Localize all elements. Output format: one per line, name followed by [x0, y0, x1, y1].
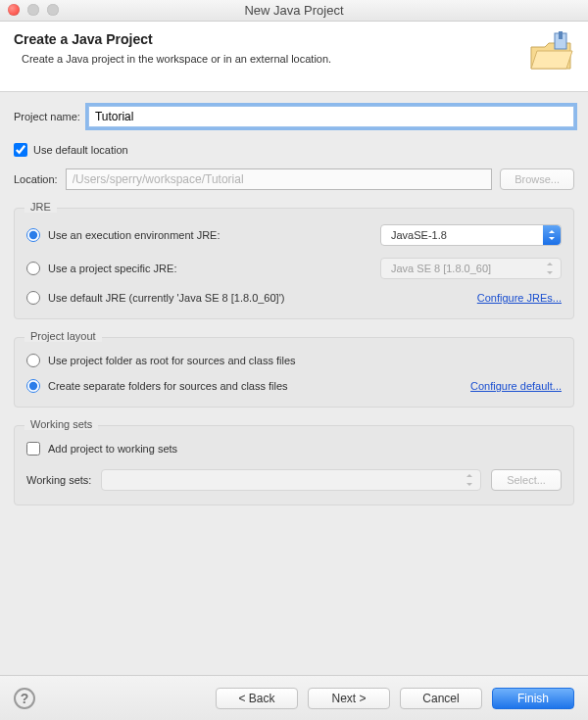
add-to-working-sets-label: Add project to working sets — [48, 443, 177, 455]
jre-exec-env-select[interactable]: JavaSE-1.8 — [380, 224, 562, 246]
java-project-folder-icon — [527, 31, 574, 74]
layout-root-row: Use project folder as root for sources a… — [26, 354, 562, 367]
working-sets-label: Working sets: — [26, 474, 91, 486]
wizard-button-bar: ? < Back Next > Cancel Finish — [0, 675, 588, 720]
svg-rect-1 — [559, 31, 563, 39]
help-icon[interactable]: ? — [14, 688, 35, 709]
default-location-row: Use default location — [14, 143, 574, 157]
jre-project-specific-value: Java SE 8 [1.8.0_60] — [391, 263, 491, 274]
jre-project-specific-row: Use a project specific JRE: Java SE 8 [1… — [26, 258, 562, 279]
location-input — [66, 168, 492, 190]
working-sets-select-row: Working sets: Select... — [26, 469, 562, 491]
minimize-window-icon — [27, 4, 39, 16]
use-default-location-label: Use default location — [33, 144, 128, 156]
wizard-title: Create a Java Project — [14, 31, 519, 47]
jre-exec-env-value: JavaSE-1.8 — [391, 229, 447, 241]
jre-exec-env-label: Use an execution environment JRE: — [48, 229, 220, 241]
close-window-icon[interactable] — [8, 4, 20, 16]
project-name-input[interactable] — [88, 106, 574, 127]
add-to-working-sets-checkbox[interactable] — [26, 442, 40, 456]
layout-root-radio[interactable] — [26, 354, 40, 367]
jre-group: JRE Use an execution environment JRE: Ja… — [14, 208, 574, 319]
layout-separate-radio[interactable] — [26, 379, 40, 393]
browse-button: Browse... — [500, 168, 574, 190]
chevron-updown-icon — [543, 225, 561, 245]
use-default-location-checkbox[interactable] — [14, 143, 27, 157]
wizard-banner: Create a Java Project Create a Java proj… — [0, 22, 588, 92]
jre-project-specific-radio[interactable] — [26, 262, 40, 275]
jre-exec-env-row: Use an execution environment JRE: JavaSE… — [26, 224, 562, 246]
configure-default-link[interactable]: Configure default... — [470, 380, 562, 392]
window-title: New Java Project — [0, 3, 588, 18]
add-to-working-sets-row: Add project to working sets — [26, 442, 562, 456]
zoom-window-icon — [47, 4, 59, 16]
location-row: Location: Browse... — [14, 168, 574, 190]
chevron-updown-icon — [547, 263, 555, 274]
layout-separate-label: Create separate folders for sources and … — [48, 380, 288, 392]
project-name-label: Project name: — [14, 111, 80, 122]
jre-default-label: Use default JRE (currently 'Java SE 8 [1… — [48, 292, 284, 304]
working-sets-select-button: Select... — [491, 469, 562, 491]
chevron-updown-icon — [466, 474, 474, 486]
project-layout-group: Project layout Use project folder as roo… — [14, 337, 574, 408]
jre-exec-env-radio[interactable] — [26, 228, 40, 242]
next-button[interactable]: Next > — [308, 688, 390, 709]
working-sets-group: Working sets Add project to working sets… — [14, 425, 574, 505]
layout-separate-row: Create separate folders for sources and … — [26, 379, 562, 393]
layout-root-label: Use project folder as root for sources a… — [48, 355, 296, 366]
window-traffic-lights — [8, 4, 59, 16]
jre-default-row: Use default JRE (currently 'Java SE 8 [1… — [26, 291, 562, 305]
titlebar: New Java Project — [0, 0, 588, 22]
wizard-subtitle: Create a Java project in the workspace o… — [22, 53, 519, 65]
project-name-row: Project name: — [14, 106, 574, 127]
project-layout-legend: Project layout — [24, 330, 102, 342]
cancel-button[interactable]: Cancel — [400, 688, 482, 709]
finish-button[interactable]: Finish — [492, 688, 574, 709]
configure-jres-link[interactable]: Configure JREs... — [477, 292, 562, 304]
location-label: Location: — [14, 173, 58, 185]
jre-project-specific-select: Java SE 8 [1.8.0_60] — [380, 258, 562, 279]
jre-project-specific-label: Use a project specific JRE: — [48, 263, 176, 274]
jre-legend: JRE — [24, 201, 57, 213]
working-sets-legend: Working sets — [24, 418, 98, 430]
working-sets-select — [101, 469, 481, 491]
jre-default-radio[interactable] — [26, 291, 40, 305]
back-button[interactable]: < Back — [216, 688, 298, 709]
